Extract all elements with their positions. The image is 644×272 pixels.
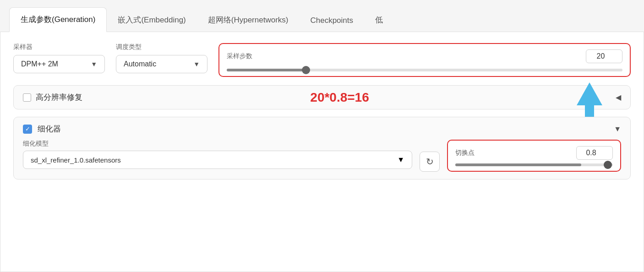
schedule-select[interactable]: Automatic ▼ — [116, 55, 207, 73]
steps-slider-track — [227, 69, 622, 71]
hires-checkbox[interactable] — [23, 93, 31, 102]
refiner-model-select[interactable]: sd_xl_refiner_1.0.safetensors ▼ — [23, 151, 412, 169]
refiner-model-label: 细化模型 — [23, 140, 412, 148]
tab-generation[interactable]: 生成参数(Generation) — [9, 7, 107, 32]
refresh-button[interactable]: ↻ — [420, 152, 440, 172]
schedule-value: Automatic — [124, 60, 189, 68]
switch-header: 切换点 — [455, 146, 613, 160]
refiner-checkbox[interactable]: ✓ — [23, 125, 32, 134]
refiner-model-value: sd_xl_refiner_1.0.safetensors — [31, 156, 393, 164]
steps-slider-thumb[interactable] — [302, 66, 310, 74]
steps-slider-fill — [227, 69, 306, 71]
tab-bar: 生成参数(Generation) 嵌入式(Embedding) 超网络(Hype… — [0, 0, 644, 32]
hires-label-text: 高分辨率修复 — [36, 92, 82, 103]
refiner-title: 细化器 — [38, 124, 61, 134]
checkmark-icon: ✓ — [25, 125, 30, 132]
schedule-group: 调度类型 Automatic ▼ — [116, 43, 207, 73]
steps-label: 采样步数 — [227, 52, 252, 60]
switch-slider-track — [455, 163, 613, 166]
generation-panel: 采样器 DPM++ 2M ▼ 调度类型 Automatic ▼ 采样步数 — [0, 32, 644, 272]
row-sampler-schedule-steps: 采样器 DPM++ 2M ▼ 调度类型 Automatic ▼ 采样步数 — [13, 43, 631, 77]
hires-row: 高分辨率修复 20*0.8=16 ◀ — [13, 85, 631, 109]
sampler-select[interactable]: DPM++ 2M ▼ — [13, 55, 105, 73]
formula-text: 20*0.8=16 — [310, 90, 369, 105]
steps-group: 采样步数 — [218, 43, 631, 77]
refiner-toggle-icon[interactable]: ▼ — [614, 125, 621, 133]
hires-toggle-icon[interactable]: ◀ — [616, 93, 621, 102]
schedule-dropdown-icon: ▼ — [193, 60, 200, 68]
tab-hypernetworks[interactable]: 超网络(Hypernetworks) — [197, 8, 300, 32]
refresh-icon: ↻ — [426, 156, 434, 167]
tab-embedding[interactable]: 嵌入式(Embedding) — [107, 8, 196, 32]
refiner-model-group: 细化模型 sd_xl_refiner_1.0.safetensors ▼ — [23, 140, 412, 169]
sampler-label: 采样器 — [13, 43, 105, 51]
refiner-model-dropdown-icon: ▼ — [397, 156, 404, 164]
tab-low[interactable]: 低 — [364, 8, 394, 32]
refiner-header: ✓ 细化器 ▼ — [14, 117, 630, 140]
sampler-value: DPM++ 2M — [21, 60, 86, 68]
steps-input[interactable] — [586, 49, 622, 63]
sampler-group: 采样器 DPM++ 2M ▼ — [13, 43, 105, 73]
switch-input[interactable] — [576, 146, 613, 160]
switch-slider-thumb[interactable] — [604, 161, 612, 169]
tab-checkpoints[interactable]: Checkpoints — [299, 10, 364, 32]
refiner-section: ✓ 细化器 ▼ 细化模型 sd_xl_refiner_1.0.safetenso… — [13, 117, 631, 180]
sampler-dropdown-icon: ▼ — [91, 60, 97, 68]
hires-checkbox-label[interactable]: 高分辨率修复 — [23, 92, 82, 103]
main-container: 生成参数(Generation) 嵌入式(Embedding) 超网络(Hype… — [0, 0, 644, 272]
arrow-up-shape — [577, 82, 602, 105]
steps-header: 采样步数 — [227, 49, 622, 63]
switch-slider-fill — [455, 163, 581, 166]
switch-label: 切换点 — [455, 149, 475, 157]
schedule-label: 调度类型 — [116, 43, 207, 51]
switch-point-group: 切换点 — [447, 140, 621, 172]
refiner-body: 细化模型 sd_xl_refiner_1.0.safetensors ▼ ↻ 切… — [14, 140, 630, 179]
